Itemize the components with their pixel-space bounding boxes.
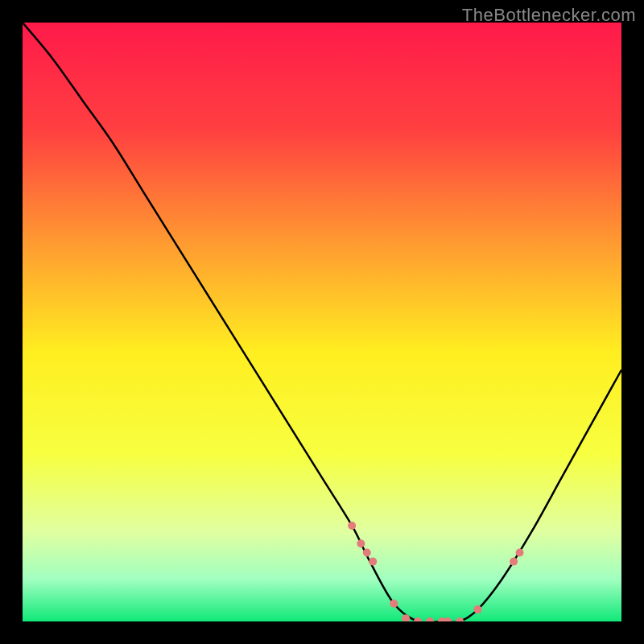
highlight-marker — [510, 558, 518, 566]
highlight-marker — [369, 558, 377, 566]
highlight-marker — [390, 600, 398, 608]
highlight-marker — [516, 548, 524, 556]
highlight-marker — [473, 605, 481, 613]
chart-svg — [23, 23, 621, 621]
chart-container: TheBottlenecker.com — [0, 0, 644, 644]
watermark: TheBottlenecker.com — [462, 5, 636, 26]
highlight-marker — [348, 522, 356, 530]
plot-area — [23, 23, 621, 621]
highlight-marker — [357, 539, 365, 547]
highlight-marker — [363, 548, 371, 556]
